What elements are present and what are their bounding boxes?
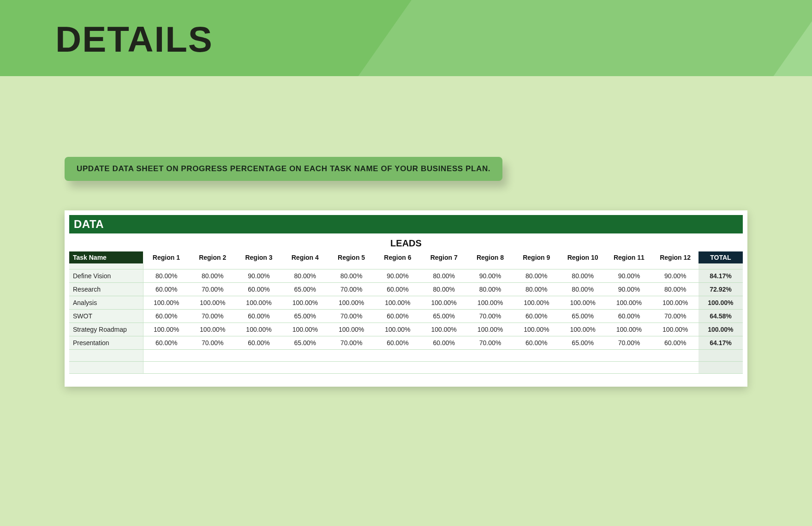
value-cell: 60.00% xyxy=(513,310,560,323)
col-region: Region 11 xyxy=(606,251,652,263)
col-region: Region 10 xyxy=(560,251,606,263)
value-cell: 60.00% xyxy=(606,310,652,323)
task-name-cell: Presentation xyxy=(69,336,143,350)
task-name-cell: Research xyxy=(69,283,143,296)
col-region: Region 6 xyxy=(375,251,421,263)
value-cell: 80.00% xyxy=(560,269,606,283)
value-cell: 90.00% xyxy=(467,269,513,283)
col-region: Region 5 xyxy=(328,251,374,263)
value-cell: 100.00% xyxy=(143,323,189,336)
value-cell: 70.00% xyxy=(190,336,236,350)
table-row: Strategy Roadmap100.00%100.00%100.00%100… xyxy=(69,323,743,336)
value-cell: 100.00% xyxy=(652,296,699,310)
header-banner: DETAILS xyxy=(0,0,812,76)
task-name-cell: SWOT xyxy=(69,310,143,323)
task-name-cell: Analysis xyxy=(69,296,143,310)
value-cell: 65.00% xyxy=(421,310,467,323)
table-row: SWOT60.00%70.00%60.00%65.00%70.00%60.00%… xyxy=(69,310,743,323)
banner-stripe xyxy=(295,0,812,76)
value-cell: 80.00% xyxy=(328,269,374,283)
value-cell: 100.00% xyxy=(513,323,560,336)
table-row: Research60.00%70.00%60.00%65.00%70.00%60… xyxy=(69,283,743,296)
value-cell: 60.00% xyxy=(375,310,421,323)
value-cell: 70.00% xyxy=(190,310,236,323)
data-card: DATA LEADS Task Name Region 1 Region 2 R… xyxy=(65,210,747,387)
value-cell: 80.00% xyxy=(282,269,328,283)
total-cell: 84.17% xyxy=(699,269,743,283)
value-cell: 100.00% xyxy=(236,323,282,336)
instruction-banner: UPDATE DATA SHEET ON PROGRESS PERCENTAGE… xyxy=(65,157,502,181)
blank-row xyxy=(69,362,743,374)
value-cell: 80.00% xyxy=(467,283,513,296)
value-cell: 100.00% xyxy=(375,296,421,310)
value-cell: 70.00% xyxy=(652,310,699,323)
value-cell: 60.00% xyxy=(236,310,282,323)
total-cell: 100.00% xyxy=(699,296,743,310)
value-cell: 100.00% xyxy=(190,323,236,336)
value-cell: 70.00% xyxy=(328,283,374,296)
value-cell: 100.00% xyxy=(467,323,513,336)
value-cell: 100.00% xyxy=(236,296,282,310)
value-cell: 80.00% xyxy=(560,283,606,296)
task-name-cell: Strategy Roadmap xyxy=(69,323,143,336)
value-cell: 100.00% xyxy=(143,296,189,310)
task-name-cell: Define Vision xyxy=(69,269,143,283)
value-cell: 90.00% xyxy=(375,269,421,283)
value-cell: 100.00% xyxy=(513,296,560,310)
value-cell: 100.00% xyxy=(190,296,236,310)
col-region: Region 2 xyxy=(190,251,236,263)
value-cell: 100.00% xyxy=(375,323,421,336)
blank-row xyxy=(69,350,743,362)
value-cell: 100.00% xyxy=(282,323,328,336)
value-cell: 100.00% xyxy=(560,323,606,336)
table-row: Presentation60.00%70.00%60.00%65.00%70.0… xyxy=(69,336,743,350)
value-cell: 80.00% xyxy=(143,269,189,283)
leads-title: LEADS xyxy=(69,233,743,251)
col-total: TOTAL xyxy=(699,251,743,263)
value-cell: 60.00% xyxy=(143,336,189,350)
value-cell: 100.00% xyxy=(328,296,374,310)
total-cell: 64.58% xyxy=(699,310,743,323)
total-cell: 64.17% xyxy=(699,336,743,350)
value-cell: 60.00% xyxy=(236,283,282,296)
total-cell: 100.00% xyxy=(699,323,743,336)
value-cell: 70.00% xyxy=(467,310,513,323)
value-cell: 60.00% xyxy=(236,336,282,350)
col-task-name: Task Name xyxy=(69,251,143,263)
value-cell: 65.00% xyxy=(282,283,328,296)
value-cell: 60.00% xyxy=(143,310,189,323)
value-cell: 70.00% xyxy=(328,336,374,350)
value-cell: 100.00% xyxy=(467,296,513,310)
page-title: DETAILS xyxy=(55,18,213,60)
value-cell: 80.00% xyxy=(513,283,560,296)
table-row: Analysis100.00%100.00%100.00%100.00%100.… xyxy=(69,296,743,310)
col-region: Region 8 xyxy=(467,251,513,263)
total-cell: 72.92% xyxy=(699,283,743,296)
value-cell: 80.00% xyxy=(652,283,699,296)
col-region: Region 7 xyxy=(421,251,467,263)
value-cell: 65.00% xyxy=(560,336,606,350)
value-cell: 100.00% xyxy=(606,296,652,310)
value-cell: 100.00% xyxy=(652,323,699,336)
value-cell: 90.00% xyxy=(236,269,282,283)
value-cell: 90.00% xyxy=(606,283,652,296)
value-cell: 70.00% xyxy=(328,310,374,323)
value-cell: 65.00% xyxy=(282,310,328,323)
col-region: Region 12 xyxy=(652,251,699,263)
col-region: Region 4 xyxy=(282,251,328,263)
table-header-row: Task Name Region 1 Region 2 Region 3 Reg… xyxy=(69,251,743,263)
value-cell: 60.00% xyxy=(143,283,189,296)
value-cell: 90.00% xyxy=(606,269,652,283)
value-cell: 80.00% xyxy=(421,283,467,296)
value-cell: 60.00% xyxy=(652,336,699,350)
value-cell: 70.00% xyxy=(190,283,236,296)
data-table: Task Name Region 1 Region 2 Region 3 Reg… xyxy=(69,251,743,374)
spacer-row xyxy=(69,263,743,269)
value-cell: 100.00% xyxy=(560,296,606,310)
col-region: Region 1 xyxy=(143,251,189,263)
value-cell: 70.00% xyxy=(606,336,652,350)
value-cell: 100.00% xyxy=(282,296,328,310)
value-cell: 60.00% xyxy=(375,336,421,350)
value-cell: 70.00% xyxy=(467,336,513,350)
value-cell: 80.00% xyxy=(190,269,236,283)
